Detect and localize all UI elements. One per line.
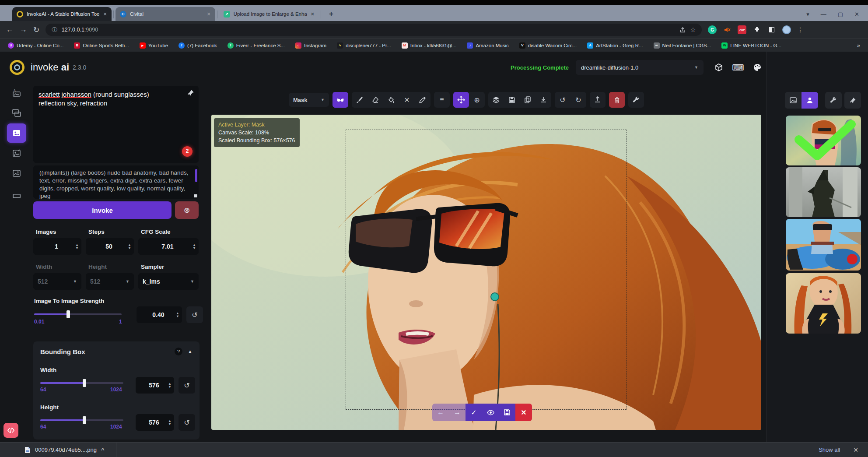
- tab-unified-canvas[interactable]: [7, 123, 26, 143]
- tab-upload-image[interactable]: ↗ Upload Image to Enlarge & Enha ✕: [219, 7, 319, 21]
- tab-training[interactable]: [7, 186, 26, 206]
- sampler-select[interactable]: k_lms▼: [138, 273, 199, 290]
- bookmark-item[interactable]: WLINE WEBTOON - G...: [721, 42, 781, 49]
- slider-thumb[interactable]: [66, 310, 70, 318]
- tab-invokeai[interactable]: InvokeAI - A Stable Diffusion Too ✕: [12, 7, 112, 21]
- gallery-thumbnail[interactable]: [786, 273, 861, 334]
- share-icon[interactable]: [679, 27, 686, 33]
- window-close-button[interactable]: ✕: [854, 11, 859, 18]
- bookmarks-overflow-button[interactable]: »: [857, 42, 860, 49]
- prompt-input[interactable]: scarlett johansson (round sunglasses) re…: [33, 86, 199, 163]
- window-maximize-button[interactable]: ▢: [838, 11, 843, 18]
- bbox-height-input[interactable]: 576▴▾: [136, 414, 174, 431]
- gallery-thumbnail-current[interactable]: [786, 116, 861, 165]
- extensions-puzzle-icon[interactable]: [752, 25, 761, 34]
- bbox-width-slider[interactable]: [40, 382, 123, 384]
- strength-reset-button[interactable]: ↺: [186, 306, 203, 323]
- images-input[interactable]: 1▴▾: [33, 238, 81, 255]
- browser-menu-icon[interactable]: ⋮: [797, 26, 803, 33]
- slider-thumb[interactable]: [83, 416, 86, 424]
- bookmark-item[interactable]: Vdisable Wacom Circ...: [519, 42, 577, 49]
- bookmark-item[interactable]: ♪Amazon Music: [467, 42, 508, 49]
- back-button[interactable]: ←: [6, 25, 14, 34]
- bookmark-item[interactable]: MInbox - klk56831@...: [402, 42, 457, 49]
- download-image-button[interactable]: [536, 92, 551, 108]
- upload-image-button[interactable]: [590, 92, 606, 108]
- gallery-thumbnail[interactable]: [786, 219, 861, 271]
- stepper-arrows[interactable]: ▴▾: [169, 419, 171, 425]
- stepper-arrows[interactable]: ▴▾: [193, 243, 195, 250]
- cfg-scale-input[interactable]: 7.01▴▾: [138, 238, 199, 255]
- tab-image-to-image[interactable]: [7, 103, 26, 123]
- accept-image-button[interactable]: ✓: [466, 404, 482, 421]
- window-menu-button[interactable]: ▾: [806, 11, 809, 18]
- bookmark-item[interactable]: BOnline Sports Betti...: [74, 42, 129, 49]
- hotkeys-keyboard-icon[interactable]: ⌨: [733, 63, 743, 72]
- copy-to-clipboard-button[interactable]: [520, 92, 536, 108]
- strength-slider[interactable]: [34, 313, 122, 315]
- canvas-area[interactable]: Active Layer: Mask Canvas Scale: 108% Sc…: [211, 115, 761, 430]
- fill-tool-button[interactable]: [383, 92, 399, 108]
- help-icon[interactable]: ?: [175, 348, 182, 355]
- negative-prompt-input[interactable]: ((implants)) (large boobs) nude bad anat…: [33, 165, 199, 199]
- stepper-arrows[interactable]: ▴▾: [169, 382, 171, 388]
- grammarly-extension-icon[interactable]: G: [708, 25, 717, 34]
- clear-canvas-button[interactable]: [609, 92, 625, 108]
- gallery-user-button[interactable]: [802, 92, 818, 109]
- save-to-gallery-button[interactable]: [504, 92, 520, 108]
- forward-button[interactable]: →: [20, 25, 27, 34]
- mask-visibility-button[interactable]: [332, 92, 348, 108]
- gallery-thumbnail[interactable]: [786, 167, 861, 217]
- profile-avatar[interactable]: [782, 25, 791, 34]
- discard-staging-button[interactable]: ✕: [515, 404, 532, 421]
- tab-civitai[interactable]: C Civitai ✕: [116, 7, 215, 21]
- bbox-height-slider[interactable]: [40, 419, 123, 421]
- height-select[interactable]: 512▼: [86, 273, 134, 290]
- canvas-bounding-box[interactable]: [346, 130, 626, 410]
- gallery-images-button[interactable]: [785, 92, 802, 109]
- bookmark-item[interactable]: ○Instagram: [295, 42, 326, 49]
- stepper-arrows[interactable]: ▴▾: [129, 243, 130, 250]
- brush-tool-button[interactable]: [352, 92, 368, 108]
- tab-text-to-image[interactable]: A: [7, 83, 26, 102]
- merge-layers-button[interactable]: [488, 92, 504, 108]
- tab-close-icon[interactable]: ✕: [311, 11, 315, 17]
- clear-mask-button[interactable]: ✕: [399, 92, 415, 108]
- pin-icon[interactable]: [187, 89, 194, 96]
- cancel-button[interactable]: ⊗: [175, 201, 199, 219]
- brush-options-button[interactable]: ≡: [434, 92, 450, 108]
- bbox-width-input[interactable]: 576▴▾: [136, 377, 174, 394]
- reset-view-button[interactable]: ⊕: [469, 92, 485, 108]
- canvas-settings-button[interactable]: [628, 92, 644, 108]
- color-picker-button[interactable]: [415, 92, 430, 108]
- bbox-width-reset-button[interactable]: ↺: [178, 377, 195, 394]
- gallery-settings-button[interactable]: [825, 92, 842, 109]
- bookmark-item[interactable]: ϟdisciplenei777 - Pr...: [337, 42, 391, 49]
- stepper-arrows[interactable]: ▴▾: [76, 243, 78, 250]
- move-tool-button[interactable]: [453, 92, 469, 108]
- theme-palette-icon[interactable]: [752, 63, 762, 72]
- tab-nodes[interactable]: [7, 144, 26, 163]
- previous-image-button[interactable]: ←: [432, 404, 449, 421]
- bookmark-item[interactable]: ∞Neil Fontaine | CGS...: [654, 42, 711, 49]
- bookmark-item[interactable]: UUdemy - Online Co...: [8, 42, 63, 49]
- save-staging-button[interactable]: [499, 404, 515, 421]
- strength-input[interactable]: 0.40▴▾: [136, 306, 182, 323]
- model-manager-icon[interactable]: [714, 63, 724, 72]
- model-select[interactable]: dreamlike-diffusion-1.0 ▼: [576, 60, 704, 75]
- bookmark-item[interactable]: f(7) Facebook: [178, 42, 217, 49]
- bookmark-item[interactable]: fFiverr - Freelance S...: [228, 42, 285, 49]
- bbox-height-reset-button[interactable]: ↺: [178, 414, 195, 431]
- redo-button[interactable]: ↻: [570, 92, 586, 108]
- layer-select[interactable]: Mask▼: [289, 93, 329, 107]
- adblock-extension-icon[interactable]: ABP: [738, 25, 746, 34]
- download-expand-icon[interactable]: ^: [101, 446, 105, 453]
- bookmark-star-icon[interactable]: ☆: [690, 26, 696, 33]
- width-select[interactable]: 512▼: [33, 273, 81, 290]
- site-info-icon[interactable]: ⓘ: [52, 26, 57, 34]
- slider-thumb[interactable]: [83, 379, 86, 387]
- collapse-chevron-icon[interactable]: ▲: [188, 349, 192, 354]
- invoke-button[interactable]: Invoke: [33, 201, 172, 219]
- window-minimize-button[interactable]: —: [821, 11, 826, 18]
- new-tab-button[interactable]: +: [329, 10, 333, 18]
